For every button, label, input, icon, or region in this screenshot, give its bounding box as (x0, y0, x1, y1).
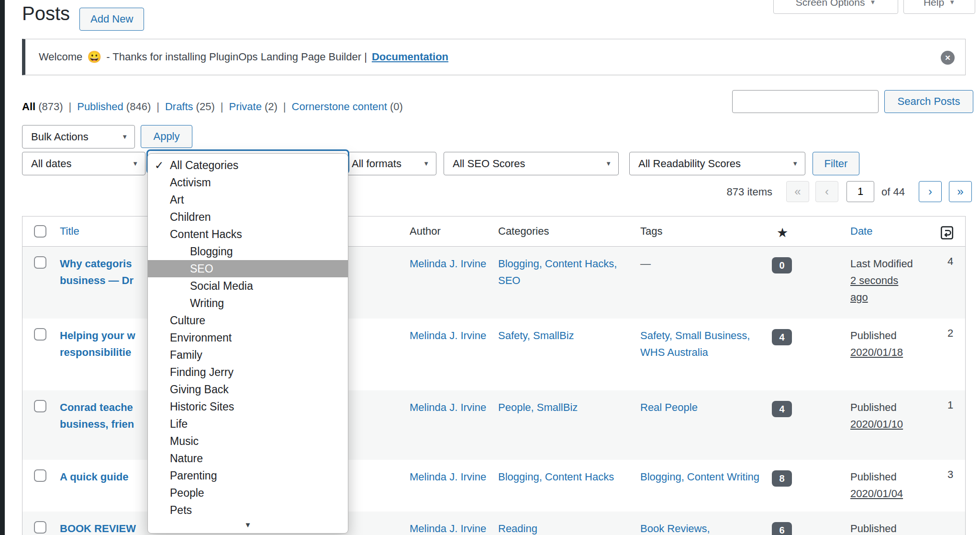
pagination-first-button[interactable]: « (786, 181, 809, 202)
post-tags-links[interactable]: Real People (640, 399, 761, 416)
category-option-label: Finding Jerry (170, 366, 234, 378)
filter-readability-scores-select[interactable]: All Readability Scores ▼ (629, 152, 805, 175)
post-status-filters: All(873)|Published(846)|Drafts(25)|Priva… (22, 101, 403, 113)
category-option[interactable]: Music (148, 433, 348, 450)
chevron-down-icon: ▼ (949, 0, 955, 6)
dropdown-scroll-down-icon[interactable]: ▼ (148, 519, 348, 532)
filter-dates-select[interactable]: All dates ▼ (22, 152, 145, 175)
notice-message: - Thanks for installing PluginOps Landin… (106, 51, 367, 63)
chevron-down-icon: ▼ (869, 0, 876, 6)
star-icon[interactable]: ★ (772, 225, 793, 240)
post-categories-links[interactable]: Safety, SmallBiz (498, 327, 628, 344)
filter-formats-select[interactable]: All formats ▼ (335, 152, 436, 175)
screen-options-button[interactable]: Screen Options ▼ (773, 0, 898, 14)
category-option[interactable]: Culture (148, 312, 348, 329)
view-filter-cornerstone[interactable]: Cornerstone content(0) (292, 101, 403, 113)
bulk-actions-select[interactable]: Bulk Actions ▼ (22, 125, 135, 148)
category-option[interactable]: SEO (148, 260, 348, 277)
pagination-last-button[interactable]: » (949, 181, 972, 202)
post-date: Published 2020/01/18 (850, 327, 928, 361)
category-option-label: Blogging (190, 245, 233, 258)
category-option-label: Music (170, 435, 199, 447)
category-option[interactable]: Historic Sites (148, 398, 348, 415)
filter-button[interactable]: Filter (813, 152, 859, 175)
post-categories-links[interactable]: Blogging, Content Hacks (498, 468, 628, 485)
column-header-date[interactable]: Date (850, 225, 872, 238)
row-checkbox[interactable] (34, 521, 46, 534)
category-option[interactable]: Family (148, 346, 348, 364)
post-date: Published 2020/01/10 (850, 399, 928, 433)
category-option[interactable]: Art (148, 191, 348, 208)
category-option[interactable]: Environment (148, 329, 348, 346)
comment-count-badge[interactable]: 4 (772, 329, 792, 345)
row-checkbox[interactable] (34, 469, 46, 482)
category-option[interactable]: Social Media (148, 277, 348, 295)
post-tags-links[interactable]: Blogging, Content Writing (640, 468, 761, 485)
post-categories-links[interactable]: Reading (498, 520, 628, 535)
pagination-next-button[interactable]: › (919, 181, 942, 202)
view-filter-drafts[interactable]: Drafts(25) (165, 101, 215, 113)
category-option-label: Giving Back (170, 383, 229, 396)
revisions-icon[interactable] (939, 225, 955, 243)
category-option[interactable]: Blogging (148, 243, 348, 260)
column-header-categories: Categories (498, 225, 549, 238)
select-all-checkbox[interactable] (34, 225, 46, 238)
post-author-link[interactable]: Melinda J. Irvine (410, 399, 491, 416)
category-option[interactable]: Parenting (148, 467, 348, 484)
post-date-value: 2020/01/18 (850, 344, 928, 361)
search-posts-input[interactable] (732, 90, 879, 113)
category-option-label: Environment (170, 331, 232, 344)
view-filter-published[interactable]: Published(846) (77, 101, 151, 113)
category-option[interactable]: Nature (148, 450, 348, 467)
column-header-title[interactable]: Title (60, 225, 79, 238)
post-author-link[interactable]: Melinda J. Irvine (410, 327, 491, 344)
post-tags-links[interactable]: Book Reviews, (640, 520, 761, 535)
dismiss-notice-icon[interactable]: ✕ (941, 51, 955, 65)
post-date-value: 2020/01/04 (850, 485, 928, 502)
current-page-input[interactable] (846, 181, 874, 202)
category-option[interactable]: Children (148, 208, 348, 226)
post-author-link[interactable]: Melinda J. Irvine (410, 520, 491, 535)
comment-count-badge[interactable]: 8 (772, 470, 792, 487)
post-tags-links[interactable]: — (640, 255, 761, 272)
category-option-label: Nature (170, 452, 203, 465)
category-option[interactable]: Giving Back (148, 381, 348, 398)
category-option[interactable]: Activism (148, 174, 348, 191)
check-icon: ✓ (155, 157, 167, 174)
comment-count-badge[interactable]: 0 (772, 257, 792, 273)
category-option-label: Historic Sites (170, 400, 234, 413)
category-option[interactable]: Writing (148, 295, 348, 312)
post-categories-links[interactable]: People, SmallBiz (498, 399, 628, 416)
post-date-value: 2 seconds (850, 272, 928, 289)
grinning-face-emoji: 😀 (87, 50, 101, 64)
view-filter-private[interactable]: Private(2) (229, 101, 277, 113)
row-checkbox[interactable] (34, 256, 46, 269)
search-posts-button[interactable]: Search Posts (884, 90, 973, 113)
category-option[interactable]: ✓ All Categories (148, 157, 348, 174)
chevron-down-icon: ▼ (122, 133, 128, 140)
post-date-value: ago (850, 289, 928, 306)
post-categories-links[interactable]: Blogging, Content Hacks, SEO (498, 255, 628, 289)
category-option[interactable]: People (148, 484, 348, 501)
post-author-link[interactable]: Melinda J. Irvine (410, 255, 491, 272)
documentation-link[interactable]: Documentation (372, 51, 448, 63)
add-new-button[interactable]: Add New (79, 8, 144, 31)
post-date: Published 2020/01/04 (850, 468, 928, 502)
apply-button[interactable]: Apply (141, 125, 192, 148)
comment-count-badge[interactable]: 6 (772, 522, 792, 535)
category-option[interactable]: Finding Jerry (148, 364, 348, 381)
view-filter-all[interactable]: All(873) (22, 101, 63, 113)
page-title: Posts (22, 3, 70, 24)
post-tags-links[interactable]: Safety, Small Business, WHS Australia (640, 327, 761, 361)
row-checkbox[interactable] (34, 328, 46, 341)
category-option-label: Family (170, 349, 202, 361)
post-author-link[interactable]: Melinda J. Irvine (410, 468, 491, 485)
category-option[interactable]: Life (148, 415, 348, 433)
category-option[interactable]: Pets (148, 501, 348, 519)
pagination-prev-button[interactable]: ‹ (815, 181, 838, 202)
comment-count-badge[interactable]: 4 (772, 401, 792, 417)
row-checkbox[interactable] (34, 400, 46, 412)
filter-seo-scores-select[interactable]: All SEO Scores ▼ (444, 152, 619, 175)
help-button[interactable]: Help ▼ (903, 0, 975, 14)
category-option[interactable]: Content Hacks (148, 226, 348, 243)
